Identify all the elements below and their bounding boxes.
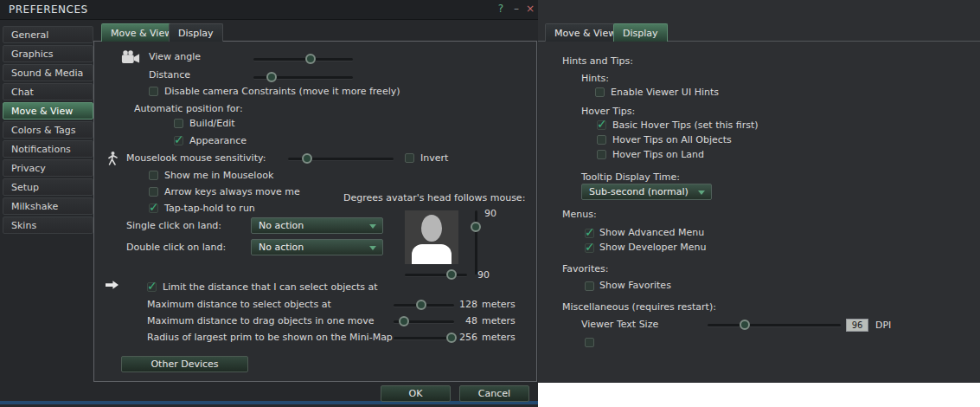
appearance-checkbox[interactable] — [174, 136, 183, 145]
invert-checkbox[interactable] — [405, 153, 414, 163]
max-drag-value: 48 — [453, 315, 477, 326]
max-select-label: Maximum distance to select objects at — [147, 299, 331, 310]
sidebar-item-colors-tags[interactable]: Colors & Tags — [3, 121, 93, 139]
sidebar-item-notifications[interactable]: Notifications — [3, 140, 93, 158]
hover-tips-land-checkbox[interactable] — [597, 150, 606, 159]
avatar-head — [421, 215, 442, 242]
tab-display[interactable]: Display — [169, 23, 223, 42]
sidebar-item-skins[interactable]: Skins — [3, 216, 93, 234]
sidebar-item-setup[interactable]: Setup — [3, 178, 93, 196]
tooltip-time-dropdown[interactable]: Sub-second (normal) — [581, 184, 712, 200]
minimap-radius-slider[interactable] — [394, 333, 454, 343]
max-select-unit: meters — [482, 299, 516, 310]
single-click-value: No action — [259, 220, 304, 231]
favorites-heading: Favorites: — [562, 263, 608, 275]
chevron-down-icon — [698, 191, 705, 195]
dpi-unit-label: DPI — [875, 320, 891, 331]
show-favorites-checkbox[interactable] — [585, 281, 594, 291]
max-drag-thumb[interactable] — [399, 316, 409, 326]
hide-library-checkbox[interactable] — [585, 338, 594, 347]
sidebar-item-sound-media[interactable]: Sound & Media — [3, 64, 93, 81]
mouselook-sensitivity-label: Mouselook mouse sensitivity: — [126, 152, 266, 164]
max-select-value: 128 — [453, 299, 477, 310]
viewer-text-size-label: Viewer Text Size — [581, 319, 658, 330]
distance-thumb[interactable] — [266, 72, 277, 82]
screenshot: PREFERENCES ? – × General Graphics Sound… — [0, 0, 980, 407]
build-edit-label: Build/Edit — [189, 118, 235, 129]
single-click-label: Single click on land: — [126, 220, 221, 231]
tab-display-2[interactable]: Display — [613, 23, 668, 42]
head-vertical-thumb[interactable] — [471, 222, 481, 232]
close-icon[interactable]: × — [524, 3, 536, 15]
view-angle-thumb[interactable] — [305, 54, 316, 64]
ok-button[interactable]: OK — [381, 385, 451, 402]
enable-ui-hints-label: Enable Viewer UI Hints — [611, 87, 719, 98]
other-devices-button[interactable]: Other Devices — [121, 356, 248, 372]
show-developer-menu-checkbox[interactable] — [585, 243, 594, 253]
limit-distance-checkbox[interactable] — [147, 282, 157, 292]
max-select-thumb[interactable] — [416, 300, 426, 310]
preferences-window: PREFERENCES ? – × General Graphics Sound… — [0, 0, 538, 407]
sidebar-item-graphics[interactable]: Graphics — [3, 45, 93, 62]
max-drag-unit: meters — [482, 315, 516, 326]
single-click-dropdown[interactable]: No action — [251, 217, 383, 234]
minimap-radius-label: Radius of largest prim to be shown on th… — [147, 332, 393, 343]
head-horizontal-thumb[interactable] — [446, 269, 457, 280]
sidebar-item-milkshake[interactable]: Milkshake — [3, 197, 93, 215]
walking-person-icon — [107, 152, 118, 165]
mouselook-thumb[interactable] — [302, 153, 312, 164]
minimap-radius-unit: meters — [482, 332, 516, 343]
show-favorites-label: Show Favorites — [599, 280, 671, 291]
avatar-body — [412, 244, 452, 264]
enable-ui-hints-checkbox[interactable] — [595, 87, 605, 97]
sidebar-item-chat[interactable]: Chat — [3, 83, 93, 100]
hover-tips-objects-checkbox[interactable] — [597, 135, 606, 145]
view-angle-slider[interactable] — [253, 54, 353, 64]
show-me-mouselook-checkbox[interactable] — [149, 171, 158, 180]
sidebar-item-privacy[interactable]: Privacy — [3, 159, 93, 177]
hints-heading: Hints: — [581, 73, 609, 84]
head-vertical-slider[interactable] — [471, 210, 481, 275]
titlebar[interactable]: PREFERENCES ? – × — [0, 0, 538, 20]
show-advanced-menu-checkbox[interactable] — [585, 229, 594, 238]
disable-constraints-checkbox[interactable] — [149, 87, 158, 96]
show-advanced-menu-label: Show Advanced Menu — [599, 227, 704, 238]
tap-tap-hold-label: Tap-tap-hold to run — [164, 203, 255, 214]
mouselook-sensitivity-slider[interactable] — [288, 153, 394, 164]
tooltip-time-label: Tooltip Display Time: — [581, 171, 680, 183]
view-angle-label: View angle — [149, 51, 201, 62]
max-drag-slider[interactable] — [394, 316, 454, 326]
arrow-right-icon — [106, 281, 118, 289]
chevron-down-icon — [369, 246, 376, 250]
cancel-button[interactable]: Cancel — [459, 385, 529, 402]
menus-heading: Menus: — [562, 209, 597, 220]
tooltip-time-value: Sub-second (normal) — [589, 186, 689, 197]
head-horizontal-slider[interactable] — [405, 269, 467, 280]
window-title: PREFERENCES — [9, 3, 88, 16]
disable-constraints-label: Disable camera Constraints (move it more… — [164, 86, 400, 97]
double-click-label: Double click on land: — [126, 242, 226, 253]
hints-and-tips-heading: Hints and Tips: — [562, 55, 633, 67]
help-icon[interactable]: ? — [495, 3, 507, 15]
sidebar-item-move-view[interactable]: Move & View — [3, 102, 93, 120]
window-edge — [0, 401, 538, 404]
max-select-slider[interactable] — [394, 300, 454, 310]
viewer-text-size-slider[interactable] — [708, 320, 841, 330]
basic-hover-tips-checkbox[interactable] — [597, 120, 606, 130]
double-click-dropdown[interactable]: No action — [251, 239, 383, 255]
viewer-text-size-thumb[interactable] — [740, 320, 750, 330]
basic-hover-tips-label: Basic Hover Tips (set this first) — [612, 120, 759, 131]
hover-tips-objects-label: Hover Tips on All Objects — [612, 134, 732, 145]
sidebar-item-general[interactable]: General — [3, 26, 93, 43]
minimize-icon[interactable]: – — [510, 3, 522, 15]
dpi-input[interactable]: 96 — [846, 319, 868, 332]
arrow-keys-checkbox[interactable] — [149, 187, 158, 197]
invert-label: Invert — [420, 152, 448, 164]
display-panel: Move & View Display Hints and Tips: Hint… — [538, 0, 980, 383]
build-edit-checkbox[interactable] — [174, 119, 183, 128]
tap-tap-hold-checkbox[interactable] — [149, 204, 158, 213]
distance-slider[interactable] — [253, 72, 353, 82]
double-click-value: No action — [259, 242, 304, 253]
miscellaneous-heading: Miscellaneous (requires restart): — [562, 301, 716, 313]
chevron-down-icon — [369, 224, 376, 229]
